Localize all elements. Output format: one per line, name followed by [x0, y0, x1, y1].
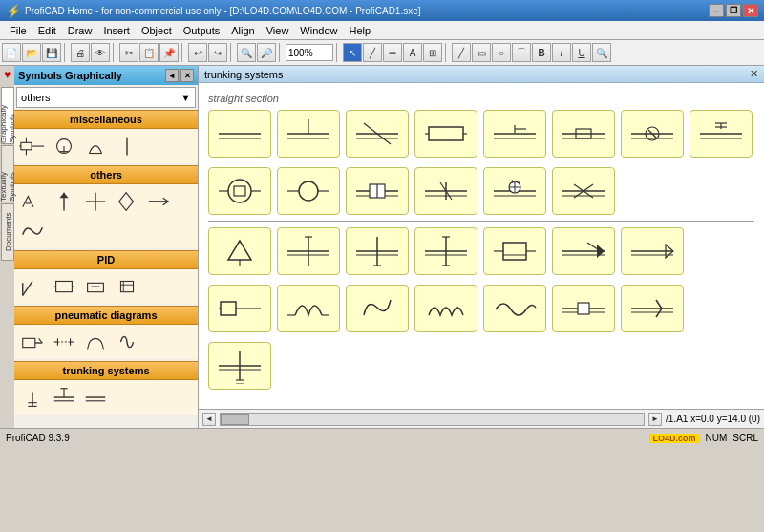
symbol-trunk-1[interactable]: [18, 384, 47, 411]
scroll-left-button[interactable]: ◄: [202, 413, 216, 426]
symbol-others-1[interactable]: [18, 188, 47, 215]
symbol-s2-3[interactable]: [346, 227, 409, 275]
select-button[interactable]: ↖: [343, 43, 362, 62]
favorites-icon[interactable]: ♥: [4, 68, 11, 81]
tab-documents[interactable]: Documents: [1, 203, 14, 261]
category-dropdown[interactable]: others ▼: [16, 87, 196, 108]
symbol-ss12[interactable]: [414, 167, 478, 215]
tab-symbols-graphically[interactable]: Symbols Graphically: [1, 87, 14, 144]
undo-button[interactable]: ↩: [188, 43, 207, 62]
symbol-others-4[interactable]: [113, 188, 141, 215]
symbol-trunk-3[interactable]: [81, 384, 110, 411]
menu-outputs[interactable]: Outputs: [178, 23, 226, 38]
symbol-s3-5[interactable]: [483, 285, 546, 332]
zoom-input[interactable]: [286, 44, 333, 61]
symbol-misc-3[interactable]: [81, 133, 110, 160]
symbol-pneu-1[interactable]: [18, 329, 47, 355]
save-button[interactable]: 💾: [42, 43, 61, 62]
tab-symbols-textually[interactable]: Symbols Textually: [1, 145, 14, 202]
canvas-area[interactable]: straight section: [199, 83, 764, 409]
symbol-ss2[interactable]: [277, 110, 340, 158]
print-preview-button[interactable]: 👁: [91, 43, 110, 62]
menu-view[interactable]: View: [261, 23, 295, 38]
symbol-s3-2[interactable]: [277, 285, 340, 332]
pin-button[interactable]: ◄: [165, 69, 179, 82]
category-title-pneumatic[interactable]: pneumatic diagrams: [14, 306, 198, 325]
menu-object[interactable]: Object: [136, 23, 178, 38]
symbol-misc-2[interactable]: [50, 133, 78, 160]
arc-button[interactable]: ⌒: [512, 43, 531, 62]
wire-button[interactable]: ╱: [363, 43, 382, 62]
symbol-others-6[interactable]: [18, 218, 47, 245]
horizontal-scrollbar[interactable]: [220, 413, 645, 426]
symbol-ss3[interactable]: [346, 110, 409, 158]
rect-button[interactable]: ▭: [472, 43, 491, 62]
search-button[interactable]: 🔍: [592, 43, 611, 62]
symbol-s2-5[interactable]: [483, 227, 546, 275]
category-title-trunking[interactable]: trunking systems: [14, 361, 198, 380]
symbol-ss8[interactable]: [690, 110, 753, 158]
symbol-ss1[interactable]: [208, 110, 271, 158]
menu-edit[interactable]: Edit: [32, 23, 62, 38]
symbol-pneu-4[interactable]: [113, 329, 141, 355]
symbol-s2-1[interactable]: [208, 227, 271, 275]
category-title-pid[interactable]: PID: [14, 250, 198, 269]
bold-button[interactable]: B: [532, 43, 551, 62]
new-button[interactable]: 📄: [2, 43, 21, 62]
symbol-s4-1[interactable]: [208, 342, 271, 390]
symbol-ss11[interactable]: [346, 167, 409, 215]
menu-insert[interactable]: Insert: [97, 23, 136, 38]
symbol-s2-2[interactable]: [277, 227, 340, 275]
symbol-ss4[interactable]: [414, 110, 478, 158]
symbol-ss5[interactable]: [483, 110, 546, 158]
symbol-ss13[interactable]: 1ms: [483, 167, 546, 215]
symbol-pneu-3[interactable]: [81, 329, 110, 355]
circle-button[interactable]: ○: [492, 43, 511, 62]
text-button[interactable]: A: [403, 43, 422, 62]
bus-button[interactable]: ═: [383, 43, 402, 62]
symbol-s3-7[interactable]: [621, 285, 684, 332]
underline-button[interactable]: U: [572, 43, 591, 62]
content-tab-close[interactable]: ✕: [750, 68, 758, 80]
symbol-pid-2[interactable]: [50, 273, 78, 300]
symbol-s3-4[interactable]: [414, 285, 478, 332]
close-button[interactable]: ✕: [743, 4, 758, 17]
symbol-s3-3[interactable]: [346, 285, 409, 332]
open-button[interactable]: 📂: [22, 43, 41, 62]
category-title-misc[interactable]: miscellaneous: [14, 110, 198, 129]
scroll-right-button[interactable]: ►: [648, 413, 662, 426]
menu-draw[interactable]: Draw: [62, 23, 98, 38]
symbol-misc-1[interactable]: [18, 133, 47, 160]
symbol-s2-4[interactable]: [414, 227, 478, 275]
symbol-ss6[interactable]: [552, 110, 615, 158]
symbol-s3-6[interactable]: [552, 285, 615, 332]
cut-button[interactable]: ✂: [119, 43, 138, 62]
line-button[interactable]: ╱: [452, 43, 471, 62]
menu-help[interactable]: Help: [343, 23, 376, 38]
symbol-others-3[interactable]: [81, 188, 110, 215]
symbol-s3-1[interactable]: [208, 285, 271, 332]
zoom-out-button[interactable]: 🔎: [257, 43, 276, 62]
symbol-ss10[interactable]: [277, 167, 340, 215]
label-button[interactable]: ⊞: [423, 43, 442, 62]
restore-button[interactable]: ❐: [726, 4, 741, 17]
copy-button[interactable]: 📋: [139, 43, 159, 62]
category-title-others[interactable]: others: [14, 165, 198, 184]
symbol-misc-4[interactable]: [113, 133, 141, 160]
zoom-in-button[interactable]: 🔍: [237, 43, 256, 62]
panel-close-button[interactable]: ✕: [180, 69, 194, 82]
menu-file[interactable]: File: [4, 23, 32, 38]
symbol-ss9[interactable]: [208, 167, 271, 215]
italic-button[interactable]: I: [552, 43, 571, 62]
symbol-pid-4[interactable]: [113, 273, 141, 300]
print-button[interactable]: 🖨: [71, 43, 90, 62]
paste-button[interactable]: 📌: [159, 43, 179, 62]
scroll-thumb[interactable]: [221, 414, 249, 425]
redo-button[interactable]: ↪: [208, 43, 227, 62]
symbol-ss7[interactable]: [621, 110, 684, 158]
symbol-s2-7[interactable]: [621, 227, 684, 275]
symbol-trunk-2[interactable]: [50, 384, 78, 411]
symbol-others-5[interactable]: [144, 188, 173, 215]
symbol-pid-3[interactable]: [81, 273, 110, 300]
symbol-others-2[interactable]: [50, 188, 78, 215]
